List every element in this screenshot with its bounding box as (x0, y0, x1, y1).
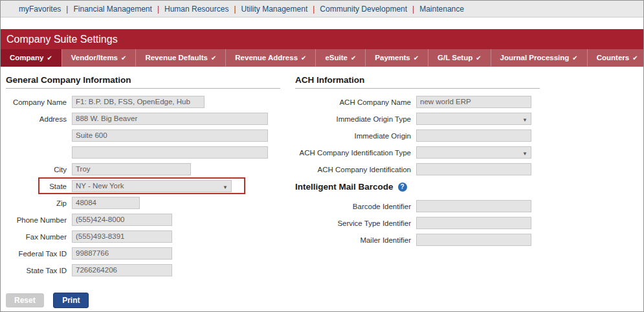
check-icon: ✔ (632, 54, 638, 61)
ach-company-name-label: ACH Company Name (295, 98, 416, 106)
ach-company-id-input[interactable] (416, 163, 531, 175)
city-input[interactable]: Troy (72, 163, 191, 175)
ach-company-name-input[interactable]: new world ERP (416, 96, 531, 108)
state-label: State (6, 183, 72, 190)
help-icon[interactable]: ? (398, 183, 407, 192)
company-name-label: Company Name (6, 98, 72, 106)
field-row: State Tax ID 7266264206 (6, 264, 295, 276)
nav-item-community-development[interactable]: Community Development (320, 5, 407, 14)
general-company-section: General Company Information Company Name… (6, 75, 295, 281)
phone-number-input[interactable]: (555)424-8000 (72, 214, 172, 226)
service-type-identifier-input[interactable] (416, 217, 531, 229)
reset-button[interactable]: Reset (6, 293, 44, 307)
state-tax-id-input[interactable]: 7266264206 (72, 264, 172, 276)
field-row: City Troy (6, 163, 295, 175)
nav-separator: | (313, 5, 315, 14)
address-line1-input[interactable]: 888 W. Big Beaver (72, 113, 268, 125)
field-row: Mailer Identifier (295, 234, 637, 246)
nav-separator: | (66, 5, 68, 14)
print-button[interactable]: Print (53, 293, 89, 308)
top-nav: myFavorites | Financial Management | Hum… (1, 1, 643, 17)
tab-revenue-defaults[interactable]: Revenue Defaults✔ (136, 49, 226, 67)
tab-esuite[interactable]: eSuite✔ (316, 49, 366, 67)
tab-gl-setup[interactable]: G/L Setup✔ (428, 49, 491, 67)
check-icon: ✔ (572, 54, 577, 61)
nav-item-myfavorites[interactable]: myFavorites (19, 5, 61, 14)
immediate-origin-label: Immediate Origin (295, 132, 416, 140)
footer-actions: Reset Print (1, 281, 643, 308)
nav-item-utility-management[interactable]: Utility Management (241, 5, 308, 14)
phone-number-label: Phone Number (6, 216, 72, 224)
field-row: Fax Number (555)493-8391 (6, 230, 295, 243)
field-row: Barcode Identifier (295, 200, 637, 212)
fax-number-label: Fax Number (6, 233, 72, 241)
field-row: ACH Company Name new world ERP (295, 96, 637, 108)
page-title: Company Suite Settings (1, 29, 643, 49)
city-label: City (6, 166, 72, 173)
tab-payments[interactable]: Payments✔ (366, 49, 428, 67)
tab-vendor-items[interactable]: Vendor/Items✔ (62, 49, 137, 67)
zip-input[interactable]: 48084 (72, 197, 140, 209)
fax-number-input[interactable]: (555)493-8391 (72, 230, 172, 243)
dropdown-arrow-icon: ▼ (223, 182, 228, 192)
address-label: Address (6, 115, 72, 123)
dropdown-arrow-icon: ▼ (522, 148, 527, 159)
dropdown-arrow-icon: ▼ (522, 115, 527, 125)
field-row: Phone Number (555)424-8000 (6, 214, 295, 226)
field-row-state: State NY - New York ▼ (6, 180, 295, 192)
section-heading-general: General Company Information (6, 75, 280, 89)
main-content: General Company Information Company Name… (1, 67, 643, 281)
barcode-identifier-input[interactable] (416, 200, 531, 212)
tab-revenue-address[interactable]: Revenue Address✔ (226, 49, 316, 67)
nav-separator: | (412, 5, 414, 14)
field-row: Federal Tax ID 99887766 (6, 247, 295, 260)
field-row: ACH Company Identification Type ▼ (295, 146, 637, 159)
section-heading-imb: Intelligent Mail Barcode ? (295, 182, 540, 193)
mailer-identifier-input[interactable] (416, 234, 531, 246)
barcode-identifier-label: Barcode Identifier (295, 203, 416, 210)
ach-company-id-type-label: ACH Company Identification Type (295, 149, 416, 157)
check-icon: ✔ (414, 54, 419, 61)
check-icon: ✔ (301, 54, 306, 61)
nav-separator: | (234, 5, 236, 14)
service-type-identifier-label: Service Type Identifier (295, 219, 416, 227)
nav-item-financial-management[interactable]: Financial Management (73, 5, 151, 14)
field-row: Immediate Origin Type ▼ (295, 113, 637, 125)
federal-tax-id-input[interactable]: 99887766 (72, 247, 172, 260)
address-line3-input[interactable] (72, 146, 268, 159)
check-icon: ✔ (476, 54, 481, 61)
nav-item-maintenance[interactable]: Maintenance (419, 5, 464, 14)
check-icon: ✔ (211, 54, 216, 61)
tab-journal-processing[interactable]: Journal Processing✔ (491, 49, 588, 67)
immediate-origin-type-label: Immediate Origin Type (295, 115, 416, 123)
field-row: Company Name F1: B.P. DB, FSS, OpenEdge,… (6, 96, 295, 108)
tab-bar: Company✔ Vendor/Items✔ Revenue Defaults✔… (1, 49, 643, 67)
spacer (1, 17, 643, 29)
zip-label: Zip (6, 199, 72, 207)
ach-section: ACH Information ACH Company Name new wor… (295, 75, 637, 281)
state-tax-id-label: State Tax ID (6, 267, 72, 274)
mailer-identifier-label: Mailer Identifier (295, 236, 416, 244)
tab-company[interactable]: Company✔ (1, 49, 62, 67)
nav-separator: | (157, 5, 159, 14)
tab-counters[interactable]: Counters✔ (588, 49, 644, 67)
field-row: Zip 48084 (6, 197, 295, 209)
field-row: ACH Company Identification (295, 163, 637, 175)
field-row (6, 146, 295, 159)
field-row: Immediate Origin (295, 129, 637, 142)
check-icon: ✔ (351, 54, 356, 61)
immediate-origin-type-select[interactable]: ▼ (416, 113, 531, 125)
federal-tax-id-label: Federal Tax ID (6, 250, 72, 258)
check-icon: ✔ (121, 54, 126, 61)
address-line2-input[interactable]: Suite 600 (72, 129, 268, 142)
state-select[interactable]: NY - New York ▼ (72, 180, 232, 192)
field-row: Suite 600 (6, 129, 295, 142)
ach-company-id-label: ACH Company Identification (295, 166, 416, 173)
nav-item-human-resources[interactable]: Human Resources (164, 5, 228, 14)
field-row: Service Type Identifier (295, 217, 637, 229)
ach-company-id-type-select[interactable]: ▼ (416, 146, 531, 159)
immediate-origin-input[interactable] (416, 129, 531, 142)
company-name-input[interactable]: F1: B.P. DB, FSS, OpenEdge, Hub (72, 96, 205, 108)
field-row: Address 888 W. Big Beaver (6, 113, 295, 125)
check-icon: ✔ (47, 54, 52, 61)
